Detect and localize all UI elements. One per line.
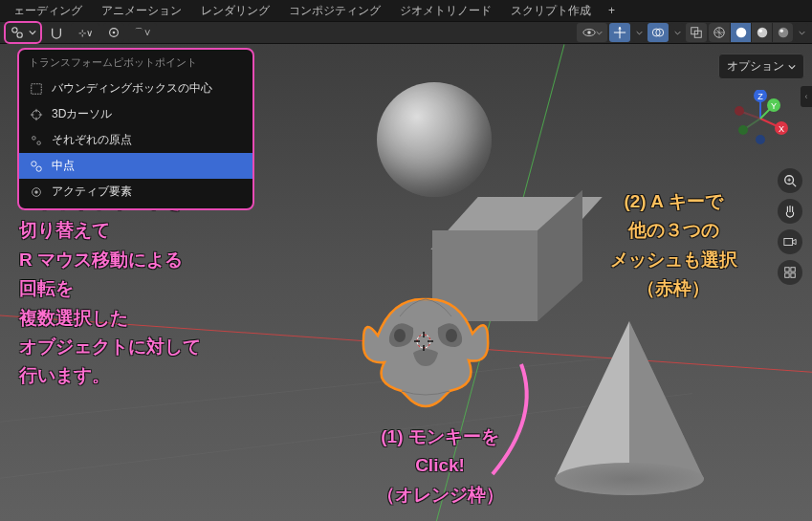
shading-solid[interactable] xyxy=(730,23,751,42)
svg-point-11 xyxy=(735,28,746,38)
shading-options-dropdown[interactable] xyxy=(795,23,808,42)
perspective-toggle-button[interactable] xyxy=(778,260,802,285)
pivot-item-bounding-box[interactable]: バウンディングボックスの中心 xyxy=(19,76,252,101)
menu-scripting[interactable]: スクリプト作成 xyxy=(501,0,601,22)
svg-point-15 xyxy=(779,30,783,33)
pivot-menu-title: トランスフォームピボットポイント xyxy=(19,50,252,76)
menu-animation[interactable]: アニメーション xyxy=(92,0,191,22)
svg-point-1 xyxy=(17,33,22,37)
gizmo-toggle[interactable] xyxy=(609,23,630,42)
active-element-icon xyxy=(29,185,44,200)
individual-origins-icon xyxy=(29,133,44,148)
options-label: オプション xyxy=(727,58,784,75)
snap-toggle[interactable] xyxy=(46,23,67,42)
proportional-falloff-dropdown[interactable]: ⌒∨ xyxy=(128,23,157,42)
svg-point-24 xyxy=(32,161,36,165)
svg-point-13 xyxy=(758,30,762,33)
svg-rect-46 xyxy=(785,273,789,277)
svg-point-41 xyxy=(756,135,765,144)
shading-material[interactable] xyxy=(751,23,772,42)
annotation-left: ピボットポイントを 切り替えて R マウス移動による 回転を 複数選択した オブ… xyxy=(19,187,258,391)
overlays-options-dropdown[interactable] xyxy=(670,23,684,42)
chevron-down-icon xyxy=(29,26,38,39)
svg-text:Y: Y xyxy=(771,101,777,111)
svg-rect-45 xyxy=(791,268,795,271)
add-workspace-button[interactable]: + xyxy=(601,1,623,20)
xray-toggle[interactable] xyxy=(686,23,707,42)
chevron-down-icon xyxy=(788,63,796,71)
pivot-item-label: それぞれの原点 xyxy=(52,132,132,148)
svg-rect-20 xyxy=(32,83,42,94)
pivot-item-individual-origins[interactable]: それぞれの原点 xyxy=(19,127,252,153)
menu-compositing[interactable]: コンポジティング xyxy=(279,0,390,22)
svg-rect-44 xyxy=(785,268,789,271)
pivot-item-label: 中点 xyxy=(52,158,75,174)
pivot-point-dropdown[interactable] xyxy=(4,21,42,44)
menu-shading[interactable]: ェーディング xyxy=(4,0,92,22)
svg-point-25 xyxy=(36,166,41,171)
overlays-toggle[interactable] xyxy=(647,23,669,42)
annotation-right: (2) A キーで 他の３つの メッシュも選択 （赤枠） xyxy=(587,187,759,304)
options-button[interactable]: オプション xyxy=(718,54,804,79)
svg-point-0 xyxy=(12,28,17,33)
pivot-item-label: 3Dカーソル xyxy=(52,106,112,122)
proportional-edit-toggle[interactable] xyxy=(103,23,124,42)
svg-point-16 xyxy=(394,329,406,342)
svg-rect-43 xyxy=(784,239,793,246)
svg-point-17 xyxy=(446,329,457,342)
shading-mode-group xyxy=(709,23,793,42)
top-menubar: ェーディング アニメーション レンダリング コンポジティング ジオメトリノード … xyxy=(0,0,812,21)
svg-rect-47 xyxy=(791,273,795,277)
svg-point-5 xyxy=(587,31,591,34)
svg-point-39 xyxy=(738,125,748,135)
annotation-arrow xyxy=(473,359,550,484)
camera-view-button[interactable] xyxy=(778,229,802,254)
pivot-item-label: アクティブ要素 xyxy=(52,184,132,200)
snap-mode-dropdown[interactable]: ⊹∨ xyxy=(71,23,99,42)
n-panel-toggle[interactable]: ‹ xyxy=(801,86,812,107)
pan-button[interactable] xyxy=(778,199,802,224)
zoom-button[interactable] xyxy=(778,168,802,193)
svg-point-40 xyxy=(735,106,744,116)
menu-geometry-nodes[interactable]: ジオメトリノード xyxy=(390,0,501,22)
svg-text:Z: Z xyxy=(757,92,763,101)
svg-text:X: X xyxy=(779,124,784,134)
3d-viewport[interactable]: トランスフォームピボットポイント バウンディングボックスの中心 3Dカーソル そ… xyxy=(0,44,812,521)
navigation-gizmo[interactable]: X Y Z xyxy=(732,90,789,147)
svg-point-14 xyxy=(778,28,788,38)
svg-point-27 xyxy=(34,190,38,194)
3d-cursor-icon xyxy=(413,331,434,355)
pivot-icon xyxy=(8,24,27,41)
bounding-box-icon xyxy=(29,81,44,97)
mesh-sphere[interactable] xyxy=(377,82,492,197)
pivot-item-median-point[interactable]: 中点 xyxy=(19,153,252,179)
viewport-side-buttons xyxy=(778,168,802,285)
svg-point-22 xyxy=(33,136,36,140)
gizmo-options-dropdown[interactable] xyxy=(632,23,646,42)
pivot-item-active-element[interactable]: アクティブ要素 xyxy=(19,179,252,205)
svg-point-23 xyxy=(37,141,41,144)
shading-wireframe[interactable] xyxy=(709,23,730,42)
header-toolbar: ⊹∨ ⌒∨ xyxy=(0,21,812,44)
cursor-icon xyxy=(29,107,44,122)
visibility-dropdown[interactable] xyxy=(577,23,607,42)
shading-rendered[interactable] xyxy=(772,23,793,42)
mesh-cone[interactable] xyxy=(555,321,708,512)
svg-point-12 xyxy=(757,28,767,38)
pivot-item-label: バウンディングボックスの中心 xyxy=(52,80,212,97)
pivot-point-menu: トランスフォームピボットポイント バウンディングボックスの中心 3Dカーソル そ… xyxy=(17,48,254,210)
menu-rendering[interactable]: レンダリング xyxy=(191,0,279,22)
median-point-icon xyxy=(29,159,44,174)
pivot-item-3d-cursor[interactable]: 3Dカーソル xyxy=(19,101,252,127)
svg-point-3 xyxy=(113,32,116,34)
